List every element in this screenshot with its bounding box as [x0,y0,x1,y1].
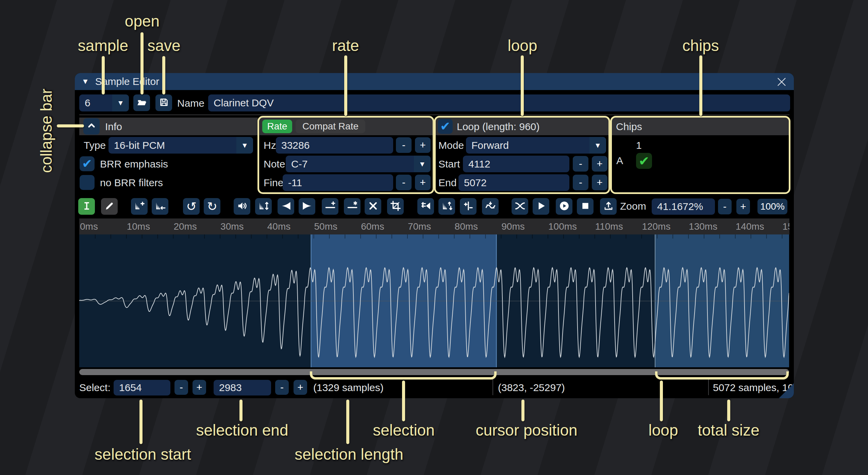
sample-type-value: 16-bit PCM [108,140,236,151]
normalize-button[interactable] [255,198,272,215]
play-icon [536,200,547,213]
amplify-button[interactable] [234,198,250,215]
name-label: Name [177,98,204,109]
ruler-tick: 60ms [361,221,384,232]
no-brr-filters-checkbox[interactable] [80,175,95,190]
redo-button[interactable]: ↻ [204,198,220,215]
collapse-bar-button[interactable] [83,118,100,135]
resample-button[interactable] [152,198,168,215]
delete-button[interactable] [365,198,381,215]
save-sample-button[interactable] [155,94,172,111]
zoom-plus-button[interactable]: + [736,199,750,214]
open-sample-button[interactable] [133,94,150,111]
ruler-tick: 120ms [642,221,670,232]
ruler-tick: 50ms [314,221,337,232]
sample-name-input[interactable]: Clarinet DQV [208,94,790,111]
resample-icon [155,200,166,213]
annotation-selection-end: selection end [196,421,288,439]
annotation-callout-line [239,400,243,421]
ruler-tick: 100ms [548,221,577,232]
selection-start-minus-button[interactable]: - [174,380,188,395]
amplify-icon [237,200,248,213]
chevron-down-icon[interactable]: ▼ [112,94,129,111]
zoom-value: 41.1672% [657,201,703,212]
insert-silence-button[interactable] [322,198,338,215]
resize-icon [134,200,145,213]
sample-number: 6 [79,97,112,109]
reverse-icon [420,200,431,213]
fade-out-icon [302,200,313,213]
brr-emphasis-checkbox[interactable]: ✔ [80,156,95,171]
stop-button[interactable] [577,198,594,215]
ruler-tick: 20ms [173,221,197,232]
crossfade-button[interactable] [512,198,528,215]
zoom-minus-button[interactable]: - [718,199,732,214]
save-icon [159,97,169,109]
rate-highlight-box [257,116,434,194]
selection-end-minus-button[interactable]: - [275,380,289,395]
apply-filter-icon [485,200,496,213]
ruler-tick: 130ms [689,221,717,232]
annotation-callout-line [139,400,143,444]
annotation-loop-bottom: loop [649,421,678,439]
play-button[interactable] [533,198,549,215]
selection-start-plus-button[interactable]: + [193,380,206,395]
reverse-button[interactable] [417,198,434,215]
titlebar[interactable]: ▼ Sample Editor [75,73,794,90]
sample-selector[interactable]: 6 ▼ [79,94,129,111]
annotation-bracket [310,371,497,380]
trim-button[interactable] [387,198,404,215]
annotation-selection: selection [373,421,435,439]
selection-end-input[interactable]: 2983 [214,380,271,395]
apply-filter-button[interactable] [482,198,499,215]
annotation-selection-length: selection length [295,445,403,463]
selection-end-plus-button[interactable]: + [294,380,307,395]
window-collapse-icon[interactable]: ▼ [82,77,89,86]
annotation-callout-line [727,400,730,421]
ruler-tick: 30ms [220,221,244,232]
fade-in-icon [281,200,291,213]
annotation-callout-line [660,381,663,421]
folder-open-icon [137,97,147,109]
play-cursor-button[interactable] [556,198,572,215]
invert-button[interactable] [438,198,455,215]
draw-mode-button[interactable] [101,198,118,215]
ruler-tick: 110ms [595,221,623,232]
import-button[interactable] [600,198,617,215]
undo-icon: ↺ [186,200,196,213]
signed-unsigned-button[interactable] [460,198,477,215]
waveform-display[interactable] [79,234,789,367]
normalize-icon [258,200,269,213]
ruler-tick: 0ms [80,221,98,232]
fade-in-button[interactable] [278,198,294,215]
undo-button[interactable]: ↺ [183,198,200,215]
ruler-tick: 70ms [408,221,431,232]
chips-highlight-box [610,116,790,194]
fade-out-button[interactable] [299,198,315,215]
window-title: Sample Editor [95,76,159,87]
resize-button[interactable] [131,198,148,215]
zoom-reset-button[interactable]: 100% [757,199,787,214]
annotation-rate: rate [332,36,359,55]
zoom-label: Zoom [620,200,646,212]
sample-type-select[interactable]: 16-bit PCM ▼ [108,137,253,154]
apply-silence-icon [347,200,358,213]
chevron-down-icon[interactable]: ▼ [236,137,253,154]
annotation-save: save [147,36,180,55]
selection-start-input[interactable]: 1654 [114,380,170,395]
annotation-callout-line [344,55,347,116]
annotation-bracket [655,371,789,380]
loop-highlight-box [434,116,610,194]
brr-emphasis-label: BRR emphasis [100,158,168,170]
select-mode-button[interactable] [78,198,95,215]
play-cursor-icon [559,200,570,213]
info-header: Info [105,121,122,133]
apply-silence-button[interactable] [344,198,361,215]
check-icon: ✔ [82,158,92,170]
annotation-callout-line [521,55,524,116]
zoom-input[interactable]: 41.1672% [652,198,715,215]
annotation-callout-line [346,400,349,444]
window-resize-grip[interactable] [779,383,794,398]
close-icon[interactable] [775,76,788,88]
timeline-ruler[interactable]: 0ms10ms20ms30ms40ms50ms60ms70ms80ms90ms1… [79,218,789,234]
